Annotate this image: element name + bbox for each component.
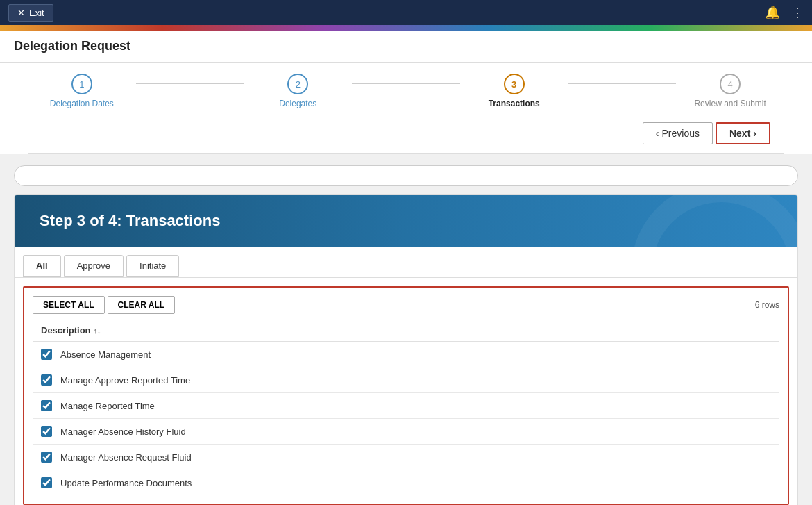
banner-strip — [0, 25, 812, 31]
table-actions: SELECT ALL CLEAR ALL — [33, 296, 175, 314]
next-icon: › — [753, 128, 756, 139]
prev-icon: ‹ — [656, 128, 659, 139]
sort-icon[interactable]: ↑↓ — [94, 326, 101, 335]
step-label-4[interactable]: Review and Submit — [694, 99, 766, 108]
row-count: 6 rows — [755, 300, 779, 310]
next-label: Next — [729, 128, 750, 139]
row-checkbox-4[interactable] — [41, 426, 52, 437]
tabs-container: All Approve Initiate — [15, 247, 797, 278]
table-row: Manager Absence Request Fluid — [33, 445, 779, 470]
row-label-2: Manage Approve Reported Time — [60, 375, 190, 386]
step-label-3[interactable]: Transactions — [489, 99, 540, 108]
step-header-banner: Step 3 of 4: Transactions — [15, 195, 797, 247]
row-checkbox-1[interactable] — [41, 349, 52, 360]
exit-icon: ✕ — [17, 8, 25, 18]
row-label-1: Absence Management — [60, 349, 151, 360]
step-item-4: 4 Review and Submit — [676, 74, 784, 108]
more-options-icon[interactable]: ⋮ — [791, 5, 804, 20]
table-row: Manage Reported Time — [33, 393, 779, 419]
previous-button[interactable]: ‹ Previous — [643, 122, 713, 144]
search-bar — [14, 165, 798, 186]
top-nav-bar: ✕ Exit 🔔 ⋮ — [0, 0, 812, 25]
row-label-3: Manage Reported Time — [60, 401, 155, 411]
step-circle-4[interactable]: 4 — [720, 74, 741, 94]
stepper-container: 1 Delegation Dates 2 Delegates 3 Transac… — [0, 63, 812, 154]
row-checkbox-3[interactable] — [41, 400, 52, 411]
main-content: Step 3 of 4: Transactions All Approve In… — [0, 154, 812, 505]
top-nav-right: 🔔 ⋮ — [765, 5, 804, 20]
table-row: Manage Approve Reported Time — [33, 367, 779, 393]
clear-all-button[interactable]: CLEAR ALL — [108, 296, 176, 314]
row-label-6: Update Performance Documents — [60, 478, 192, 488]
step-circle-1[interactable]: 1 — [71, 74, 92, 94]
table-row: Absence Management — [33, 342, 779, 367]
next-button[interactable]: Next › — [716, 122, 770, 144]
tab-all[interactable]: All — [23, 255, 61, 277]
step-item-2: 2 Delegates — [244, 74, 352, 108]
step-line-3 — [568, 83, 677, 84]
page-header: Delegation Request — [0, 31, 812, 63]
table-header-row: SELECT ALL CLEAR ALL 6 rows — [33, 296, 779, 314]
stepper: 1 Delegation Dates 2 Delegates 3 Transac… — [28, 74, 784, 117]
step-banner-text: Step 3 of 4: Transactions — [40, 212, 220, 229]
step-circle-3[interactable]: 3 — [504, 74, 525, 94]
step-item-1: 1 Delegation Dates — [28, 74, 136, 108]
table-row: Manager Absence History Fluid — [33, 419, 779, 445]
description-label: Description — [41, 325, 91, 336]
row-checkbox-5[interactable] — [41, 452, 52, 463]
table-area: SELECT ALL CLEAR ALL 6 rows Description … — [23, 286, 789, 505]
table-row: Update Performance Documents — [33, 470, 779, 495]
select-all-button[interactable]: SELECT ALL — [33, 296, 105, 314]
row-checkbox-6[interactable] — [41, 477, 52, 488]
page-title: Delegation Request — [14, 39, 798, 53]
search-input[interactable] — [26, 170, 786, 181]
row-checkbox-2[interactable] — [41, 374, 52, 386]
main-card: Step 3 of 4: Transactions All Approve In… — [14, 194, 798, 505]
tab-approve[interactable]: Approve — [64, 255, 124, 277]
tab-initiate[interactable]: Initiate — [126, 255, 179, 277]
step-circle-2[interactable]: 2 — [287, 74, 308, 94]
step-line-1 — [136, 83, 244, 84]
step-item-3: 3 Transactions — [460, 74, 568, 108]
exit-label: Exit — [29, 8, 44, 18]
row-label-4: Manager Absence History Fluid — [60, 427, 186, 437]
previous-label: Previous — [662, 128, 700, 139]
exit-button[interactable]: ✕ Exit — [8, 4, 53, 22]
step-label-2[interactable]: Delegates — [279, 99, 316, 108]
step-label-1[interactable]: Delegation Dates — [50, 99, 114, 108]
description-header: Description ↑↓ — [33, 320, 779, 342]
nav-buttons: ‹ Previous Next › — [28, 117, 784, 154]
row-label-5: Manager Absence Request Fluid — [60, 452, 192, 463]
step-line-2 — [352, 83, 460, 84]
notification-icon[interactable]: 🔔 — [765, 5, 780, 20]
